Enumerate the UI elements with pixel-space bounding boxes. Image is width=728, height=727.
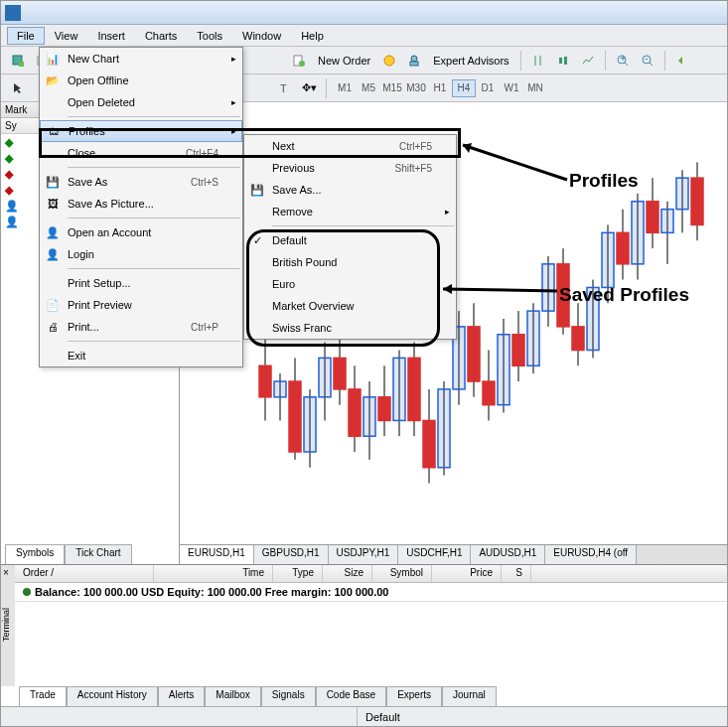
timeframe-h1[interactable]: H1 bbox=[428, 79, 452, 97]
svg-line-16 bbox=[650, 63, 653, 66]
terminal-header: Order /TimeTypeSizeSymbolPriceS bbox=[15, 565, 727, 583]
svg-rect-29 bbox=[319, 358, 331, 396]
term-tab-trade[interactable]: Trade bbox=[19, 686, 67, 706]
print-setup-item[interactable]: Print Setup... bbox=[40, 272, 242, 294]
term-tab-mailbox[interactable]: Mailbox bbox=[205, 686, 260, 706]
chart-tab[interactable]: USDCHF,H1 bbox=[398, 545, 471, 564]
svg-text:T: T bbox=[280, 82, 287, 94]
timeframe-w1[interactable]: W1 bbox=[500, 79, 523, 97]
chart-tab[interactable]: EURUSD,H4 (off bbox=[545, 545, 637, 564]
term-col-type[interactable]: Type bbox=[273, 565, 323, 582]
term-tab-signals[interactable]: Signals bbox=[261, 686, 316, 706]
svg-rect-63 bbox=[572, 327, 584, 351]
timeframe-m15[interactable]: M15 bbox=[380, 79, 404, 97]
chart-tab[interactable]: GBPUSD,H1 bbox=[254, 545, 329, 564]
term-col-size[interactable]: Size bbox=[323, 565, 372, 582]
saved-profile-item[interactable]: ✓Default bbox=[244, 229, 456, 251]
chart-tab[interactable]: AUDUSD,H1 bbox=[471, 545, 545, 564]
timeframe-d1[interactable]: D1 bbox=[476, 79, 500, 97]
svg-rect-37 bbox=[378, 397, 390, 421]
next-profile-item[interactable]: NextCtrl+F5 bbox=[244, 135, 456, 157]
text-icon[interactable]: T bbox=[273, 77, 295, 99]
tick-chart-tab[interactable]: Tick Chart bbox=[65, 544, 131, 564]
expert-advisors-button[interactable]: Expert Advisors bbox=[428, 50, 513, 72]
save-as-item[interactable]: 💾Save AsCtrl+S bbox=[40, 171, 242, 193]
symbols-tab[interactable]: Symbols bbox=[5, 544, 65, 564]
menu-help[interactable]: Help bbox=[291, 27, 334, 45]
menu-tools[interactable]: Tools bbox=[187, 27, 232, 45]
autotrade-icon[interactable] bbox=[378, 50, 400, 72]
timeframe-mn[interactable]: MN bbox=[523, 79, 547, 97]
close-icon[interactable]: × bbox=[3, 567, 9, 578]
balance-row: Balance: 100 000.00 USD Equity: 100 000.… bbox=[15, 583, 727, 602]
bars-icon[interactable] bbox=[527, 50, 549, 72]
term-tab-alerts[interactable]: Alerts bbox=[158, 686, 206, 706]
expert-advisors-icon[interactable] bbox=[403, 50, 425, 72]
svg-point-6 bbox=[411, 56, 417, 62]
exit-item[interactable]: Exit bbox=[40, 345, 242, 366]
timeframe-h4[interactable]: H4 bbox=[452, 79, 476, 97]
chart-tabs: EURUSD,H1GBPUSD,H1USDJPY,H1USDCHF,H1AUDU… bbox=[180, 544, 727, 564]
save-profile-item[interactable]: 💾Save As... bbox=[244, 179, 456, 201]
open-offline-item[interactable]: 📂Open Offline bbox=[40, 70, 242, 91]
candles-icon[interactable] bbox=[552, 50, 574, 72]
check-icon: ✓ bbox=[248, 231, 266, 249]
print-item[interactable]: 🖨Print...Ctrl+P bbox=[40, 316, 242, 338]
menu-view[interactable]: View bbox=[45, 27, 88, 45]
menu-charts[interactable]: Charts bbox=[135, 27, 187, 45]
term-tab-account-history[interactable]: Account History bbox=[67, 686, 158, 706]
save-icon: 💾 bbox=[248, 181, 266, 199]
app-icon bbox=[5, 5, 21, 21]
timeframe-m1[interactable]: M1 bbox=[333, 79, 357, 97]
svg-rect-27 bbox=[304, 397, 316, 452]
zoom-in-icon[interactable]: + bbox=[612, 50, 634, 72]
save-picture-item[interactable]: 🖼Save As Picture... bbox=[40, 193, 242, 215]
objects-icon[interactable]: ✥▾ bbox=[298, 77, 320, 99]
new-order-icon[interactable] bbox=[288, 50, 310, 72]
timeframe-m5[interactable]: M5 bbox=[357, 79, 380, 97]
term-col-price[interactable]: Price bbox=[432, 565, 502, 582]
new-chart-icon[interactable] bbox=[7, 50, 29, 72]
menu-file[interactable]: File bbox=[7, 27, 45, 45]
term-tab-journal[interactable]: Journal bbox=[442, 686, 497, 706]
saved-profiles-annotation: Saved Profiles bbox=[559, 284, 689, 306]
menu-insert[interactable]: Insert bbox=[87, 27, 135, 45]
print-preview-item[interactable]: 📄Print Preview bbox=[40, 294, 242, 316]
menu-window[interactable]: Window bbox=[232, 27, 291, 45]
chart-tab[interactable]: EURUSD,H1 bbox=[180, 545, 254, 564]
svg-point-4 bbox=[299, 61, 305, 67]
open-deleted-item[interactable]: Open Deleted▸ bbox=[40, 91, 242, 113]
svg-rect-69 bbox=[617, 232, 629, 264]
saved-profile-item[interactable]: Euro bbox=[244, 273, 456, 295]
cursor-icon[interactable] bbox=[7, 77, 29, 99]
scroll-icon[interactable] bbox=[671, 50, 693, 72]
zoom-out-icon[interactable]: - bbox=[637, 50, 658, 72]
previous-profile-item[interactable]: PreviousShift+F5 bbox=[244, 157, 456, 179]
chart-tab[interactable]: USDJPY,H1 bbox=[329, 545, 399, 564]
down-arrow-icon: ◆ bbox=[5, 184, 15, 197]
timeframe-m30[interactable]: M30 bbox=[404, 79, 428, 97]
term-col-s[interactable]: S bbox=[502, 565, 531, 582]
status-profile: Default bbox=[357, 707, 408, 726]
term-tab-experts[interactable]: Experts bbox=[386, 686, 442, 706]
saved-profile-item[interactable]: British Pound bbox=[244, 251, 456, 273]
new-order-button[interactable]: New Order bbox=[313, 50, 375, 72]
new-chart-item[interactable]: 📊New Chart▸ bbox=[40, 48, 242, 70]
term-tab-code-base[interactable]: Code Base bbox=[316, 686, 386, 706]
saved-profile-item[interactable]: Swiss Franc bbox=[244, 317, 456, 339]
term-col-order[interactable]: Order / bbox=[15, 565, 154, 582]
term-col-symbol[interactable]: Symbol bbox=[372, 565, 432, 582]
svg-rect-55 bbox=[512, 335, 524, 366]
open-account-item[interactable]: 👤Open an Account bbox=[40, 221, 242, 243]
login-item[interactable]: 👤Login bbox=[40, 243, 242, 265]
svg-rect-79 bbox=[691, 178, 703, 224]
saved-profile-item[interactable]: Market Overview bbox=[244, 295, 456, 317]
remove-profile-item[interactable]: Remove▸ bbox=[244, 201, 456, 222]
close-item[interactable]: CloseCtrl+F4 bbox=[40, 142, 242, 164]
profiles-item[interactable]: 🗂Profiles▸ bbox=[40, 120, 242, 142]
up-arrow-icon: 👤 bbox=[5, 216, 15, 228]
svg-rect-1 bbox=[19, 62, 24, 67]
profiles-icon: 🗂 bbox=[45, 122, 63, 140]
line-icon[interactable] bbox=[577, 50, 599, 72]
term-col-time[interactable]: Time bbox=[154, 565, 273, 582]
